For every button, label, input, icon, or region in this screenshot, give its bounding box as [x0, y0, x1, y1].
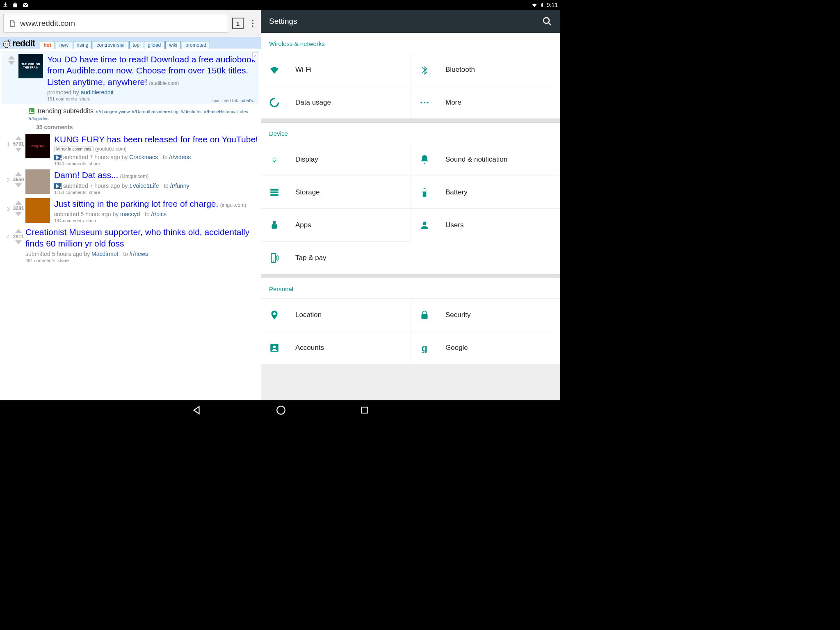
- upvote-button[interactable]: [15, 201, 22, 205]
- downvote-button[interactable]: [15, 240, 22, 244]
- clock: 9:11: [547, 2, 558, 8]
- post-thumbnail[interactable]: [25, 198, 50, 223]
- post-rank: 4: [0, 226, 11, 263]
- post-title-link[interactable]: Damn! Dat ass...: [54, 170, 118, 180]
- reddit-tab-wiki[interactable]: wiki: [165, 41, 181, 49]
- settings-item-display[interactable]: Display: [261, 143, 411, 176]
- subreddit-link[interactable]: /r/videos: [169, 154, 191, 160]
- post-domain[interactable]: (imgur.com): [220, 202, 246, 208]
- svg-rect-15: [272, 224, 277, 228]
- post-byline: submitted 7 hours ago by 1Voice1Life to …: [54, 183, 259, 189]
- reddit-tab-rising[interactable]: rising: [73, 41, 92, 49]
- upvote-button[interactable]: [15, 136, 22, 140]
- reddit-page: reddit hotnewrisingcontroversialtopgilde…: [0, 37, 261, 400]
- settings-item-accounts[interactable]: Accounts: [261, 331, 411, 364]
- upvote-button[interactable]: [8, 55, 15, 59]
- settings-item-users[interactable]: Users: [411, 208, 560, 241]
- settings-item-label: Tap & pay: [295, 254, 326, 262]
- home-button[interactable]: [276, 405, 286, 415]
- comments-link[interactable]: 151 comments: [47, 96, 77, 101]
- comments-link[interactable]: 1940 comments: [54, 161, 86, 166]
- browser-menu-button[interactable]: [248, 18, 258, 28]
- play-icon[interactable]: [54, 183, 62, 189]
- trending-sub-link[interactable]: /r/Damnthatsinteresting: [130, 109, 178, 114]
- subreddit-link[interactable]: /r/funny: [170, 183, 189, 189]
- author-link[interactable]: audiblereddit: [81, 89, 114, 96]
- play-icon[interactable]: [54, 155, 62, 160]
- downvote-button[interactable]: [15, 212, 22, 216]
- trending-sub-link[interactable]: /r/logodes: [29, 116, 48, 121]
- upvote-button[interactable]: [15, 229, 22, 233]
- navigation-bar: [0, 400, 560, 420]
- post-thumbnail[interactable]: [25, 169, 50, 194]
- search-icon[interactable]: [542, 16, 552, 26]
- settings-item-battery[interactable]: Battery: [411, 176, 560, 208]
- settings-item-apps[interactable]: Apps: [261, 208, 411, 241]
- share-link[interactable]: share: [57, 258, 69, 263]
- upvote-button[interactable]: [15, 172, 22, 176]
- share-link[interactable]: share: [86, 218, 98, 223]
- post-byline: submitted 5 hours ago by maccyd to /r/pi…: [54, 211, 259, 217]
- subreddit-link[interactable]: /r/news: [130, 251, 148, 257]
- bell-icon: [419, 154, 431, 165]
- settings-title: Settings: [269, 17, 297, 26]
- settings-item-sound-notification[interactable]: Sound & notification: [411, 143, 560, 176]
- subreddit-link[interactable]: /r/pics: [151, 211, 167, 217]
- post-domain[interactable]: (audible.com): [149, 80, 179, 86]
- back-button[interactable]: [191, 405, 202, 415]
- settings-item-storage[interactable]: Storage: [261, 176, 411, 208]
- reddit-logo[interactable]: reddit: [2, 38, 35, 49]
- settings-item-location[interactable]: Location: [261, 298, 411, 331]
- trending-sub-link[interactable]: /r/changemyview: [96, 109, 130, 114]
- settings-item-security[interactable]: Security: [411, 298, 560, 331]
- reddit-tab-gilded[interactable]: gilded: [144, 41, 164, 49]
- post-domain[interactable]: (youtube.com): [95, 146, 127, 152]
- settings-item-wi-fi[interactable]: Wi-Fi: [261, 53, 411, 86]
- svg-point-0: [3, 41, 10, 48]
- author-link[interactable]: Macdirmot: [91, 251, 118, 257]
- post-title-link[interactable]: KUNG FURY has been released for free on …: [54, 135, 258, 144]
- downvote-button[interactable]: [15, 148, 22, 152]
- comments-link[interactable]: 481 comments: [25, 258, 55, 263]
- trending-sub-link[interactable]: /r/declutter: [179, 109, 202, 114]
- settings-item-label: Accounts: [295, 344, 324, 352]
- settings-item-data-usage[interactable]: Data usage: [261, 86, 411, 119]
- settings-item-google[interactable]: gGoogle: [411, 331, 560, 364]
- apps-icon: [269, 220, 281, 231]
- svg-rect-16: [273, 221, 276, 222]
- settings-item-tap-pay[interactable]: Tap & pay: [261, 241, 411, 274]
- battery-icon: [419, 187, 431, 198]
- trending-sub-link[interactable]: /r/FalseHistoricalTales: [203, 109, 248, 114]
- whats-this-link[interactable]: what's...: [242, 98, 256, 103]
- settings-item-more[interactable]: More: [411, 86, 560, 119]
- reddit-tab-new[interactable]: new: [56, 41, 72, 49]
- recents-button[interactable]: [360, 406, 369, 415]
- share-link[interactable]: share: [79, 96, 91, 101]
- comments-link[interactable]: 134 comments: [54, 218, 84, 223]
- reddit-tab-hot[interactable]: hot: [40, 41, 55, 49]
- post-flair: Mirror in comments: [54, 146, 94, 152]
- post-thumbnail[interactable]: KungFury: [25, 134, 50, 158]
- svg-point-7: [424, 101, 425, 103]
- downvote-button[interactable]: [15, 183, 22, 187]
- users-icon: [419, 220, 431, 231]
- trending-comments[interactable]: 35 comments: [36, 124, 257, 130]
- post-title-link[interactable]: Just sitting in the parking lot free of …: [54, 199, 218, 208]
- author-link[interactable]: maccyd: [120, 211, 140, 217]
- share-link[interactable]: share: [89, 190, 100, 195]
- post-thumbnail[interactable]: THE GIRL ON THE TRAIN: [18, 54, 43, 78]
- collapse-icon[interactable]: ‹: [252, 52, 258, 60]
- author-link[interactable]: Crackmacs: [129, 154, 158, 160]
- post-title-link[interactable]: Creationist Museum supporter, who thinks…: [25, 227, 249, 248]
- share-link[interactable]: share: [89, 161, 100, 166]
- reddit-tab-promoted[interactable]: promoted: [182, 41, 210, 49]
- reddit-tab-top[interactable]: top: [129, 41, 144, 49]
- author-link[interactable]: 1Voice1Life: [129, 183, 159, 189]
- post-domain[interactable]: (i.imgur.com): [120, 173, 148, 179]
- settings-item-bluetooth[interactable]: Bluetooth: [411, 53, 560, 86]
- reddit-tab-controversial[interactable]: controversial: [93, 41, 128, 49]
- comments-link[interactable]: 1153 comments: [54, 190, 86, 195]
- url-bar[interactable]: www.reddit.com: [3, 14, 228, 33]
- downvote-button[interactable]: [8, 61, 15, 65]
- tab-switcher[interactable]: 1: [232, 18, 244, 29]
